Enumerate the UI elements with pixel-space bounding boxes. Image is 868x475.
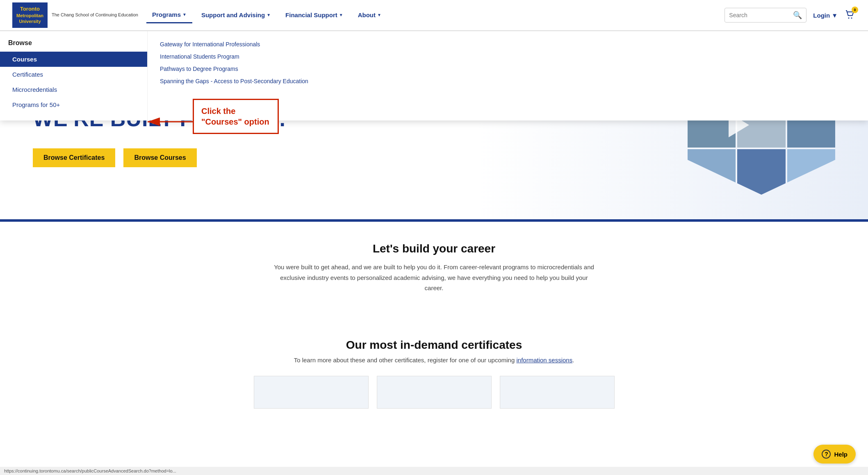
right-links: Gateway for International Professionals … [160,39,856,84]
link-spanning[interactable]: Spanning the Gaps - Access to Post-Secon… [160,78,856,84]
nav-financial[interactable]: Financial Support ▼ [280,7,349,23]
main-nav: Programs ▼ Support and Advising ▼ Financ… [138,7,724,23]
dropdown-programs-50[interactable]: Programs for 50+ [0,97,147,112]
search-box[interactable]: 🔍 [724,8,806,23]
annotation-text: Click the "Courses" option [201,107,269,126]
career-section-desc: You were built to get ahead, and we are … [270,262,598,293]
logo-line3: University [16,18,43,24]
nav-about[interactable]: About ▼ [352,7,387,23]
about-caret: ▼ [377,13,381,17]
search-input[interactable] [729,12,791,18]
cart-button[interactable]: 0 [844,9,856,22]
info-sessions-link[interactable]: information sessions [516,357,572,364]
svg-point-1 [851,17,852,18]
dropdown-left-panel: Browse Courses Certificates Microcredent… [0,31,148,120]
cert-cards-row [33,376,835,409]
link-international[interactable]: International Students Program [160,53,856,60]
collage-cell-7 [688,149,736,195]
financial-caret: ▼ [339,13,343,17]
dropdown-certificates[interactable]: Certificates [0,67,147,82]
browse-courses-button[interactable]: Browse Courses [123,148,196,167]
logo-city: Toronto [16,6,43,13]
nav-support[interactable]: Support and Advising ▼ [196,7,276,23]
career-section-title: Let's build your career [33,242,835,255]
collage-cell-9 [787,149,835,195]
svg-point-0 [848,17,850,18]
dropdown-microcredentials[interactable]: Microcredentials [0,82,147,97]
cart-badge: 0 [852,7,858,13]
cert-card-2 [377,376,492,409]
certificates-section-title: Our most in-demand certificates [33,339,835,352]
browse-certificates-button[interactable]: Browse Certificates [33,148,115,167]
logo-area: Toronto Metropolitan University The Chan… [12,2,138,27]
nav-programs[interactable]: Programs ▼ [146,7,192,23]
annotation-box: Click the "Courses" option [193,99,279,134]
link-gateway[interactable]: Gateway for International Professionals [160,41,856,48]
hero-buttons: Browse Certificates Browse Courses [33,148,688,167]
cert-card-1 [254,376,369,409]
career-section: Let's build your career You were built t… [0,222,868,314]
programs-caret: ▼ [182,12,187,17]
search-icon[interactable]: 🔍 [793,11,802,20]
header-right: 🔍 Login ▼ 0 [724,8,856,23]
dropdown-courses[interactable]: Courses [0,52,147,67]
support-caret: ▼ [267,13,271,17]
certificates-section-desc: To learn more about these and other cert… [33,357,835,364]
programs-dropdown: Browse Courses Certificates Microcredent… [0,31,868,120]
certificates-section: Our most in-demand certificates To learn… [0,314,868,429]
browse-label: Browse [0,39,147,52]
login-caret: ▼ [832,12,838,19]
school-name: The Chang School of Continuing Education [52,12,138,18]
site-header: Toronto Metropolitan University The Chan… [0,0,868,31]
collage-cell-8 [737,149,785,195]
university-logo[interactable]: Toronto Metropolitan University [12,2,48,27]
link-pathways[interactable]: Pathways to Degree Programs [160,66,856,72]
login-button[interactable]: Login ▼ [813,12,838,19]
logo-line2: Metropolitan [16,13,43,18]
cert-card-3 [500,376,615,409]
